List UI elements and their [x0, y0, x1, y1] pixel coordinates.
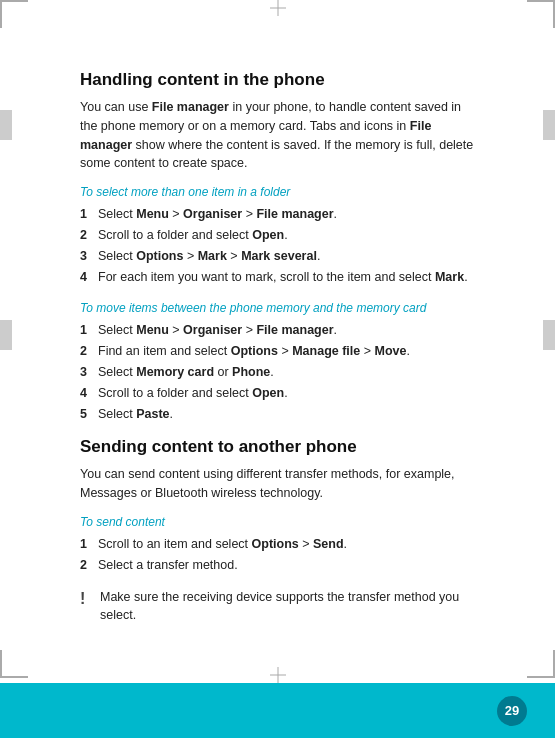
- step-text: Select a transfer method.: [98, 556, 475, 574]
- step-text: Select Options > Mark > Mark several.: [98, 247, 475, 265]
- section2-steps: 1 Select Menu > Organiser > File manager…: [80, 321, 475, 424]
- step-text: Select Memory card or Phone.: [98, 363, 475, 381]
- step-num: 2: [80, 226, 98, 244]
- step-num: 1: [80, 321, 98, 339]
- step-num: 2: [80, 342, 98, 360]
- section2-label: To move items between the phone memory a…: [80, 301, 475, 315]
- step-num: 5: [80, 405, 98, 423]
- corner-mark-br: [527, 650, 555, 678]
- step-2-2: 2 Find an item and select Options > Mana…: [80, 342, 475, 360]
- corner-mark-tr: [527, 0, 555, 28]
- step-num: 2: [80, 556, 98, 574]
- cross-bottom-center: [270, 667, 286, 683]
- step-text: Select Menu > Organiser > File manager.: [98, 321, 475, 339]
- intro-paragraph: You can use File manager in your phone, …: [80, 98, 475, 173]
- cross-top-center: [270, 0, 286, 16]
- side-tab-right-lower: [543, 320, 555, 350]
- section3-steps: 1 Scroll to an item and select Options >…: [80, 535, 475, 574]
- corner-mark-bl: [0, 650, 28, 678]
- step-num: 3: [80, 247, 98, 265]
- section-select-multiple: To select more than one item in a folder…: [80, 185, 475, 287]
- note: ! Make sure the receiving device support…: [80, 588, 475, 624]
- note-text: Make sure the receiving device supports …: [100, 588, 475, 624]
- step-2-3: 3 Select Memory card or Phone.: [80, 363, 475, 381]
- step-2-1: 1 Select Menu > Organiser > File manager…: [80, 321, 475, 339]
- step-text: Select Paste.: [98, 405, 475, 423]
- section3-heading: Sending content to another phone: [80, 437, 475, 457]
- step-2-4: 4 Scroll to a folder and select Open.: [80, 384, 475, 402]
- side-tab-left-upper: [0, 110, 12, 140]
- section-move-items: To move items between the phone memory a…: [80, 301, 475, 424]
- step-text: Scroll to a folder and select Open.: [98, 384, 475, 402]
- step-text: Select Menu > Organiser > File manager.: [98, 205, 475, 223]
- main-heading: Handling content in the phone: [80, 70, 475, 90]
- step-num: 1: [80, 535, 98, 553]
- page-number: 29: [497, 696, 527, 726]
- step-text: For each item you want to mark, scroll t…: [98, 268, 475, 286]
- bottom-bar: 29: [0, 683, 555, 738]
- step-text: Scroll to a folder and select Open.: [98, 226, 475, 244]
- step-num: 4: [80, 384, 98, 402]
- step-1-3: 3 Select Options > Mark > Mark several.: [80, 247, 475, 265]
- section1-steps: 1 Select Menu > Organiser > File manager…: [80, 205, 475, 287]
- step-text: Scroll to an item and select Options > S…: [98, 535, 475, 553]
- section-send-content: Sending content to another phone You can…: [80, 437, 475, 624]
- side-tab-left-lower: [0, 320, 12, 350]
- section1-label: To select more than one item in a folder: [80, 185, 475, 199]
- step-3-1: 1 Scroll to an item and select Options >…: [80, 535, 475, 553]
- note-icon: !: [80, 587, 100, 610]
- step-num: 4: [80, 268, 98, 286]
- main-content: Handling content in the phone You can us…: [0, 0, 555, 658]
- step-2-5: 5 Select Paste.: [80, 405, 475, 423]
- page: Handling content in the phone You can us…: [0, 0, 555, 738]
- step-1-2: 2 Scroll to a folder and select Open.: [80, 226, 475, 244]
- step-1-4: 4 For each item you want to mark, scroll…: [80, 268, 475, 286]
- step-num: 3: [80, 363, 98, 381]
- corner-mark-tl: [0, 0, 28, 28]
- step-text: Find an item and select Options > Manage…: [98, 342, 475, 360]
- side-tab-right-upper: [543, 110, 555, 140]
- section3-label: To send content: [80, 515, 475, 529]
- step-1-1: 1 Select Menu > Organiser > File manager…: [80, 205, 475, 223]
- section3-intro: You can send content using different tra…: [80, 465, 475, 503]
- step-num: 1: [80, 205, 98, 223]
- step-3-2: 2 Select a transfer method.: [80, 556, 475, 574]
